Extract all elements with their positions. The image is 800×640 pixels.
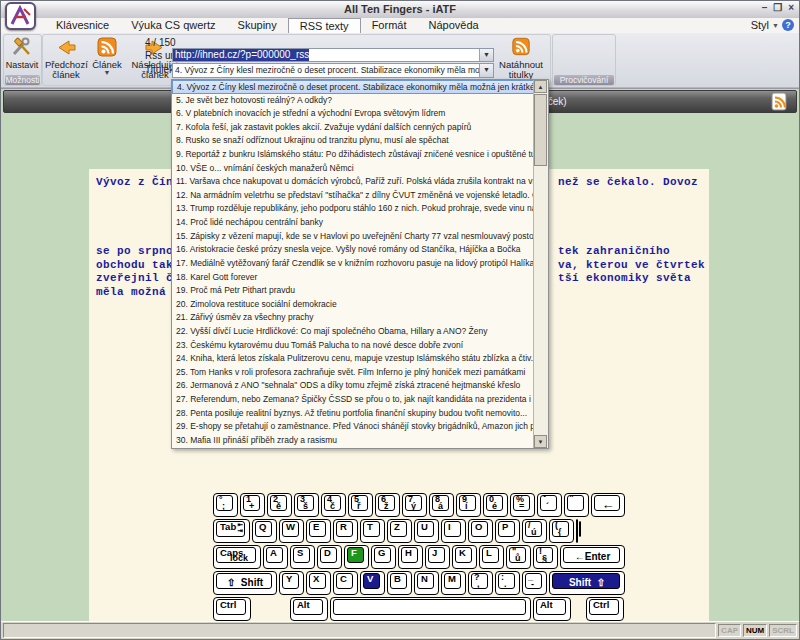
group-procvicovani: Chybná slovaNa časPozpátku Procvičování	[552, 34, 616, 86]
dropdown-item[interactable]: 29. E-shopy se přetahují o zaměstnance. …	[172, 420, 534, 434]
group-moznosti: Nastavit Možnosti	[3, 34, 42, 86]
tab-n-pov-da[interactable]: Nápověda	[417, 18, 489, 33]
dropdown-item[interactable]: 5. Je svět bez hotovosti reálný? A odkdy…	[172, 94, 534, 108]
status-toggle-cap: CAP	[718, 624, 741, 637]
scroll-up-button[interactable]: ▲	[534, 80, 547, 93]
key-r: R	[333, 519, 358, 543]
key-key: /ú	[522, 519, 547, 543]
scrollbar-thumb[interactable]	[534, 94, 547, 166]
dropdown-item[interactable]: 21. Zářivý úsměv za všechny prachy	[172, 311, 534, 325]
exercise-text-fragment: Vývoz z Čín	[96, 176, 173, 188]
key-e: E	[306, 519, 331, 543]
key-°: °;	[213, 493, 238, 517]
scroll-down-button[interactable]: ▼	[534, 435, 547, 448]
app-logo-icon[interactable]	[5, 2, 36, 30]
restore-button[interactable]: ❐	[773, 2, 782, 13]
key-f: F	[344, 545, 369, 569]
dropdown-item[interactable]: 22. Vyšší dívčí Lucie Hrdličkové: Co maj…	[172, 325, 534, 339]
exercise-text-fragment: se po srpno	[96, 245, 173, 257]
key-m: M	[441, 571, 466, 595]
app-window: All Ten Fingers - iATF – ❐ × KlávesniceV…	[0, 0, 800, 640]
titulek-value[interactable]: 4. Vývoz z Číny klesl meziročně o deset …	[173, 64, 480, 77]
dropdown-item[interactable]: 20. Zimolova restituce sociální demokrac…	[172, 298, 534, 312]
tab-skupiny[interactable]: Skupiny	[227, 18, 288, 33]
key-v: V	[360, 571, 385, 595]
dropdown-item[interactable]: 16. Aristokracie české prózy snesla vejc…	[172, 243, 534, 257]
key-i: I	[441, 519, 466, 543]
combo-dropdown-button[interactable]: ▼	[479, 64, 493, 77]
status-toggle-scrl: SCRL	[769, 624, 797, 637]
dropdown-item[interactable]: 18. Karel Gott forever	[172, 271, 534, 285]
group-label-moznosti: Možnosti	[5, 75, 40, 85]
dropdown-item[interactable]: 30. Mafia III přináší příběh zrady a ras…	[172, 434, 534, 448]
virtual-keyboard: °;1+2ě3š4č5ř6ž7ý8á9í0é%=ˇ´¨←Tab⇤ ⇥QWERTZ…	[213, 493, 625, 623]
dropdown-item[interactable]: 26. Jermanová z ANO "sehnala" ODS a díky…	[172, 379, 534, 393]
key-1: 1+	[240, 493, 265, 517]
rss-url-value[interactable]: http://ihned.cz/?p=000000_rss	[173, 49, 309, 61]
dropdown-item[interactable]: 15. Zápisky z vězení mapují, kde se v Ha…	[172, 230, 534, 244]
tab-v-uka-cs-qwertz[interactable]: Výuka CS qwertz	[120, 18, 226, 33]
titulek-combobox[interactable]: 4. Vývoz z Číny klesl meziročně o deset …	[172, 63, 494, 78]
dropdown-scrollbar[interactable]: ▲ ▼	[533, 80, 548, 448]
dropdown-item[interactable]: 25. Tom Hanks v roli profesora zachraňuj…	[172, 366, 534, 380]
exercise-text-fragment: tší ekonomiky světa	[558, 272, 691, 284]
chevron-down-icon: ▼	[772, 22, 779, 29]
help-icon[interactable]: ?	[782, 19, 794, 31]
dropdown-item[interactable]: 7. Kofola řeší, jak zastavit pokles akci…	[172, 121, 534, 135]
dropdown-item[interactable]: 8. Rusko se snaží odříznout Ukrajinu od …	[172, 134, 534, 148]
dropdown-item[interactable]: 11. Varšava chce nakupovat u domácích vý…	[172, 175, 534, 189]
article-button[interactable]: Článek ▼	[88, 37, 126, 76]
key-s: S	[290, 545, 315, 569]
style-label: Styl	[751, 19, 769, 31]
key-0: 0é	[483, 493, 508, 517]
key-key: !§	[533, 545, 558, 569]
dropdown-item[interactable]: 9. Reportáž z bunkru Islámského státu: P…	[172, 148, 534, 162]
dropdown-item[interactable]: 23. Českému kytarovému duu Tomáš Palucha…	[172, 339, 534, 353]
key-j: J	[425, 545, 450, 569]
key-a: A	[263, 545, 288, 569]
key-k: K	[452, 545, 477, 569]
tools-icon	[10, 37, 34, 59]
nastavit-button[interactable]: Nastavit	[5, 37, 39, 70]
window-title: All Ten Fingers - iATF	[1, 3, 799, 15]
key-n: N	[414, 571, 439, 595]
title-bar: All Ten Fingers - iATF – ❐ ×	[1, 1, 799, 19]
dropdown-item[interactable]: 4. Vývoz z Číny klesl meziročně o deset …	[172, 80, 534, 94]
dropdown-item[interactable]: 12. Na armádním veletrhu se představí "s…	[172, 189, 534, 203]
dropdown-item[interactable]: 13. Trump rozděluje republikány, jeho po…	[172, 202, 534, 216]
group-label-procvicovani: Procvičování	[554, 75, 614, 85]
fetch-titles-button[interactable]: Natáhnout titulky	[495, 37, 547, 80]
tab-kl-vesnice[interactable]: Klávesnice	[45, 18, 120, 33]
dropdown-item[interactable]: 10. VŠE o... vnímání českých manažerů Ně…	[172, 162, 534, 176]
key-shift: ⇧ Shift	[213, 571, 277, 595]
key-5: 5ř	[348, 493, 373, 517]
rss-document-icon[interactable]	[770, 92, 788, 115]
key-key: _-	[522, 571, 547, 595]
dropdown-item[interactable]: 19. Proč má Petr Pithart pravdu	[172, 284, 534, 298]
previous-article-button[interactable]: Předchozí článek	[45, 37, 87, 80]
key-g: G	[371, 545, 396, 569]
key-¨: ¨	[564, 493, 589, 517]
tab-rss-texty[interactable]: RSS texty	[288, 18, 361, 34]
exercise-text-fragment: va, kterou ve čtvrtek	[558, 259, 705, 271]
key-q: Q	[252, 519, 277, 543]
dropdown-item[interactable]: 14. Proč lidé nechápou centrální banky	[172, 216, 534, 230]
style-selector[interactable]: Styl ▼ ?	[751, 19, 794, 31]
key-p: P	[495, 519, 520, 543]
key-d: D	[317, 545, 342, 569]
minimize-button[interactable]: –	[762, 2, 768, 13]
key-h: H	[398, 545, 423, 569]
close-button[interactable]: ×	[788, 2, 794, 13]
dropdown-item[interactable]: 24. Kniha, která letos získala Pulitzero…	[172, 352, 534, 366]
dropdown-item[interactable]: 17. Mediálně vytěžovaný farář Czendlik s…	[172, 257, 534, 271]
key-alt: Alt	[290, 597, 328, 621]
key-tab: Tab⇤ ⇥	[213, 519, 250, 543]
nastavit-label: Nastavit	[6, 60, 39, 70]
combo-dropdown-button[interactable]: ▼	[479, 49, 493, 61]
dropdown-item[interactable]: 27. Referendum, nebo Zemana? Špičky ČSSD…	[172, 393, 534, 407]
dropdown-item[interactable]: 6. V platebních inovacích je střední a v…	[172, 107, 534, 121]
dropdown-item[interactable]: 28. Penta posiluje realitní byznys. Až t…	[172, 407, 534, 421]
exercise-text-fragment: zveřejnil č	[96, 272, 173, 284]
tab-form-t[interactable]: Formát	[361, 18, 418, 33]
rss-url-combobox[interactable]: http://ihned.cz/?p=000000_rss ▼	[172, 48, 494, 62]
